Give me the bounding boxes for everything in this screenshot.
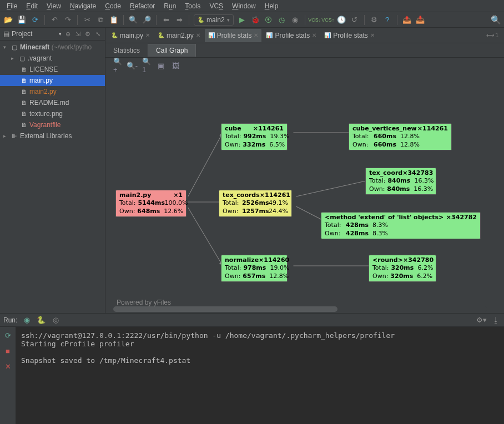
menu-code[interactable]: Code (100, 1, 125, 11)
tab-label: Profile stats (217, 32, 252, 39)
menu-navigate[interactable]: Navigate (65, 1, 100, 11)
zoom-in-icon[interactable]: 🔍+ (113, 61, 122, 70)
help-icon[interactable]: ? (382, 15, 392, 25)
deployment-download-icon[interactable]: 📥 (415, 15, 425, 25)
separator (189, 15, 189, 25)
chevron-down-icon: ▾ (3, 44, 9, 50)
cut-icon[interactable]: ✂ (82, 15, 92, 25)
run-target-icon[interactable]: ◉ (22, 315, 32, 325)
find-icon[interactable]: 🔍 (128, 15, 138, 25)
project-root[interactable]: ▾ ▢ Minecraft (~/work/pytho (0, 42, 105, 53)
tree-folder-vagrant[interactable]: ▸ ▢ .vagrant (0, 53, 105, 64)
open-icon[interactable]: 📂 (3, 15, 13, 25)
fit-icon[interactable]: ▣ (157, 61, 165, 70)
vcs-history-icon[interactable]: 🕓 (336, 15, 346, 25)
project-tree[interactable]: ▾ ▢ Minecraft (~/work/pytho ▸ ▢ .vagrant… (0, 41, 105, 313)
svg-line-5 (296, 180, 371, 196)
forward-icon[interactable]: ➡ (174, 15, 184, 25)
close-icon[interactable]: ✕ (254, 32, 258, 38)
hide-icon[interactable]: ⤡ (94, 30, 102, 38)
profile-icon[interactable]: ◷ (277, 15, 287, 25)
tree-file-main-py[interactable]: 🗎 main.py (0, 75, 105, 86)
menu-run[interactable]: Run (159, 1, 180, 11)
tab-profile-stats-3[interactable]: 📊 Profile stats ✕ (321, 29, 378, 42)
separator (397, 15, 397, 25)
nav-indicator: ⟷ 1 (486, 32, 502, 38)
tree-file-texture[interactable]: 🗎 texture.png (0, 108, 105, 119)
vcs-update-icon[interactable]: VCS↓ (310, 15, 320, 25)
stop-icon[interactable]: ■ (3, 346, 13, 356)
library-icon: ⊪ (11, 133, 18, 140)
save-all-icon[interactable]: 💾 (17, 15, 27, 25)
python-icon[interactable]: 🐍 (36, 315, 46, 325)
concurrency-icon[interactable]: ◎ (51, 315, 61, 325)
undo-icon[interactable]: ↶ (49, 15, 59, 25)
node-cube[interactable]: cube×114261 Total:992ms19.3% Own:332ms6.… (221, 123, 288, 150)
menu-refactor[interactable]: Refactor (125, 1, 159, 11)
node-cube-vertices-new[interactable]: cube_vertices_new×114261 Total:660ms12.8… (349, 123, 452, 150)
sync-icon[interactable]: ⟳ (30, 15, 40, 25)
node-round[interactable]: <round>×342780 Total:320ms6.2% Own:320ms… (369, 255, 436, 282)
subtab-statistics[interactable]: Statistics (105, 44, 148, 57)
run-icon[interactable]: ▶ (237, 15, 247, 25)
menu-vcs[interactable]: VCS (205, 1, 228, 11)
concurrency-icon[interactable]: ◉ (290, 15, 300, 25)
export-icon[interactable]: 🖼 (171, 61, 180, 70)
coverage-icon[interactable]: ⦿ (264, 15, 274, 25)
chevron-down-icon[interactable]: ▾ (59, 31, 62, 37)
back-icon[interactable]: ⬅ (161, 15, 171, 25)
download-icon[interactable]: ⭳ (491, 315, 501, 325)
replace-icon[interactable]: 🔎 (142, 15, 152, 25)
menu-help[interactable]: Help (260, 1, 283, 11)
menu-file[interactable]: File (2, 1, 22, 11)
tab-main2-py[interactable]: 🐍 main2.py ✕ (154, 29, 204, 42)
settings-icon[interactable]: ⚙ (369, 15, 379, 25)
tree-file-license[interactable]: 🗎 LICENSE (0, 64, 105, 75)
close-icon[interactable]: ✕ (3, 361, 13, 371)
close-icon[interactable]: ✕ (196, 32, 200, 38)
paste-icon[interactable]: 📋 (109, 15, 119, 25)
gear-icon[interactable]: ⚙ (84, 30, 92, 38)
call-graph-canvas[interactable]: 🔍+ 🔍- 🔍1 ▣ 🖼 (105, 58, 504, 313)
menu-tools[interactable]: Tools (180, 1, 205, 11)
zoom-reset-icon[interactable]: 🔍1 (142, 61, 151, 70)
target-icon[interactable]: ⊕ (64, 30, 72, 38)
gear-icon[interactable]: ⚙▾ (476, 315, 486, 325)
node-tex-coord[interactable]: tex_coord×342783 Total:840ms16.3% Own:84… (365, 168, 436, 195)
vcs-revert-icon[interactable]: ↺ (350, 15, 360, 25)
subtab-call-graph[interactable]: Call Graph (148, 44, 196, 57)
external-libraries[interactable]: ▸ ⊪ External Libraries (0, 130, 105, 142)
profile-icon: 📊 (324, 32, 331, 38)
menu-window[interactable]: Window (228, 1, 260, 11)
collapse-icon[interactable]: ⇲ (74, 30, 82, 38)
separator (123, 15, 124, 25)
horizontal-scrollbar[interactable] (113, 306, 487, 312)
tab-profile-stats-1[interactable]: 📊 Profile stats ✕ (205, 29, 262, 42)
copy-icon[interactable]: ⧉ (95, 15, 105, 25)
run-console[interactable]: ssh://vagrant@127.0.0.1:2222/usr/bin/pyt… (16, 327, 504, 424)
node-tex-coords[interactable]: tex_coords×114261 Total:2526ms49.1% Own:… (219, 190, 292, 217)
node-main2[interactable]: main2.py×1 Total:5144ms100.0% Own:648ms1… (115, 190, 187, 217)
close-icon[interactable]: ✕ (312, 32, 316, 38)
redo-icon[interactable]: ↷ (63, 15, 73, 25)
menu-edit[interactable]: Edit (22, 1, 42, 11)
project-header: ▤ Project ▾ ⊕ ⇲ ⚙ ⤡ (0, 28, 105, 41)
run-config-selector[interactable]: 🐍 main2 ▾ (194, 14, 234, 26)
close-icon[interactable]: ✕ (145, 32, 150, 38)
menu-view[interactable]: View (42, 1, 65, 11)
tab-main-py[interactable]: 🐍 main.py ✕ (108, 29, 153, 42)
zoom-out-icon[interactable]: 🔍- (128, 61, 137, 70)
tree-file-readme[interactable]: 🗎 README.md (0, 97, 105, 108)
vcs-commit-icon[interactable]: VCS↑ (323, 15, 333, 25)
tab-profile-stats-2[interactable]: 📊 Profile stats ✕ (263, 29, 320, 42)
node-list-extend[interactable]: <method 'extend' of 'list' objects>×3427… (321, 212, 481, 239)
debug-icon[interactable]: 🐞 (250, 15, 260, 25)
rerun-icon[interactable]: ⟳ (3, 330, 13, 340)
deployment-icon[interactable]: 📤 (402, 15, 412, 25)
tree-file-main2-py[interactable]: 🗎 main2.py (0, 86, 105, 97)
search-everywhere-icon[interactable]: 🔍 (491, 15, 501, 25)
scrollbar-thumb[interactable] (113, 306, 337, 312)
tree-file-vagrantfile[interactable]: 🗎 Vagrantfile (0, 119, 105, 130)
node-normalize[interactable]: normalize×114260 Total:978ms19.0% Own:65… (221, 255, 288, 282)
close-icon[interactable]: ✕ (370, 32, 375, 38)
